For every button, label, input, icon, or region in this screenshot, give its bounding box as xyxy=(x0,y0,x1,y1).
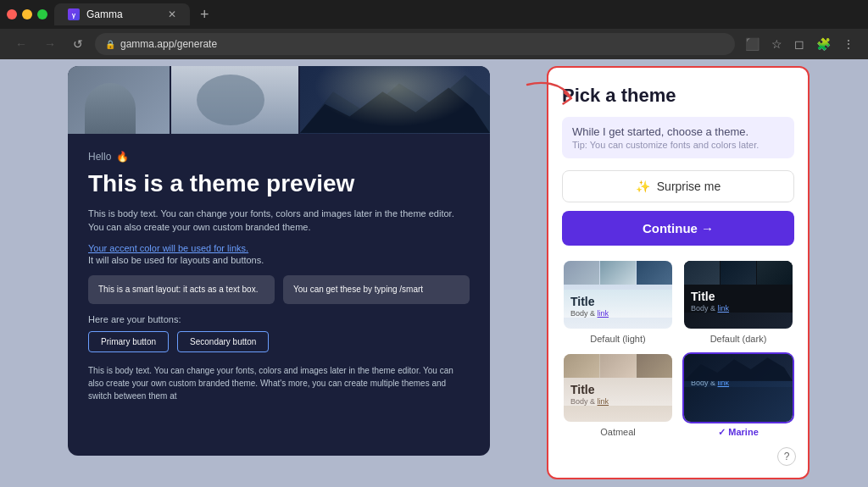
arrow-indicator xyxy=(520,73,588,127)
close-traffic-light[interactable] xyxy=(7,9,17,19)
theme-marine-preview: Title Body & link xyxy=(684,354,793,422)
preview-link-sub: It will also be used for layouts and but… xyxy=(88,255,470,265)
help-button[interactable]: ? xyxy=(777,447,796,466)
profile-icon[interactable]: ◻ xyxy=(791,34,808,54)
preview-image-2 xyxy=(171,66,298,134)
forward-button[interactable]: → xyxy=(39,34,61,54)
surprise-me-button[interactable]: ✨ Surprise me xyxy=(562,170,794,202)
theme-wrapper-light: Title Body & link Default (light) xyxy=(562,259,674,344)
maximize-traffic-light[interactable] xyxy=(37,9,47,19)
theme-oatmeal-label: Oatmeal xyxy=(562,423,674,437)
address-bar[interactable]: 🔒 gamma.app/generate xyxy=(95,33,735,55)
url-text: gamma.app/generate xyxy=(120,38,725,50)
theme-light-body: Body & link xyxy=(570,309,665,318)
back-button[interactable]: ← xyxy=(10,34,32,54)
browser-controls: ← → ↺ 🔒 gamma.app/generate ⬛ ☆ ◻ 🧩 ⋮ xyxy=(0,29,868,59)
theme-light-title: Title xyxy=(570,295,665,308)
new-tab-button[interactable]: + xyxy=(193,4,216,25)
traffic-lights xyxy=(7,9,47,19)
tab-favicon: γ xyxy=(68,8,80,20)
themes-grid-container: Title Body & link Default (light) xyxy=(562,259,794,461)
tab-label: Gamma xyxy=(86,8,161,20)
svg-marker-2 xyxy=(684,357,793,381)
lock-icon: 🔒 xyxy=(105,40,115,49)
preview-image-3 xyxy=(300,66,490,134)
hello-emoji: 🔥 xyxy=(116,151,129,163)
preview-body: This is body text. You can change your f… xyxy=(88,207,470,235)
right-panel: Pick a theme While I get started, choose… xyxy=(547,59,868,487)
theme-card-oatmeal[interactable]: Title Body & link xyxy=(562,352,674,423)
subtitle-main: While I get started, choose a theme. xyxy=(572,125,784,138)
browser-actions: ⬛ ☆ ◻ 🧩 ⋮ xyxy=(742,34,858,54)
theme-card-light[interactable]: Title Body & link xyxy=(562,259,674,330)
preview-content: Hello 🔥 This is a theme preview This is … xyxy=(68,134,490,419)
subtitle-tip: Tip: You can customize fonts and colors … xyxy=(572,140,784,150)
themes-grid: Title Body & link Default (light) xyxy=(562,259,794,438)
theme-light-preview: Title Body & link xyxy=(564,261,672,329)
continue-button[interactable]: Continue → xyxy=(562,211,794,246)
theme-preview-card: Hello 🔥 This is a theme preview This is … xyxy=(68,66,490,456)
smart-box-1: This is a smart layout: it acts as a tex… xyxy=(88,275,275,304)
sparkle-icon: ✨ xyxy=(636,180,650,193)
preview-smart-boxes: This is a smart layout: it acts as a tex… xyxy=(88,275,470,304)
bookmark-icon[interactable]: ☆ xyxy=(768,34,786,54)
svg-marker-1 xyxy=(300,87,490,133)
preview-bottom-text: This is body text. You can change your f… xyxy=(88,364,470,402)
theme-oatmeal-body: Body & link xyxy=(570,397,665,406)
preview-hello: Hello 🔥 xyxy=(88,151,470,163)
secondary-button[interactable]: Secondary button xyxy=(177,331,269,352)
theme-oatmeal-preview: Title Body & link xyxy=(564,354,672,422)
hello-label: Hello xyxy=(88,151,111,163)
theme-wrapper-dark: Title Body & link Default (dark) xyxy=(682,259,794,344)
theme-picker-subtitle: While I get started, choose a theme. Tip… xyxy=(562,117,794,158)
preview-header-images xyxy=(68,66,490,134)
theme-dark-title: Title xyxy=(691,290,786,303)
preview-buttons: Primary button Secondary button xyxy=(88,331,470,352)
theme-dark-preview: Title Body & link xyxy=(684,261,793,329)
theme-wrapper-oatmeal: Title Body & link Oatmeal xyxy=(562,352,674,438)
extensions-icon[interactable]: 🧩 xyxy=(813,34,834,54)
smart-box-2: You can get these by typing /smart xyxy=(283,275,470,304)
cast-icon[interactable]: ⬛ xyxy=(742,34,763,54)
minimize-traffic-light[interactable] xyxy=(22,9,32,19)
browser-chrome: γ Gamma ✕ + ← → ↺ 🔒 gamma.app/generate ⬛… xyxy=(0,0,868,59)
main-area: Hello 🔥 This is a theme preview This is … xyxy=(0,59,868,487)
theme-dark-label: Default (dark) xyxy=(682,330,794,344)
theme-oatmeal-title: Title xyxy=(570,383,665,396)
theme-card-marine[interactable]: Title Body & link xyxy=(682,352,794,423)
theme-light-label: Default (light) xyxy=(562,330,674,344)
preview-panel: Hello 🔥 This is a theme preview This is … xyxy=(0,59,547,487)
theme-marine-label: ✓ Marine xyxy=(682,423,794,438)
preview-link[interactable]: Your accent color will be used for links… xyxy=(88,243,470,253)
preview-buttons-label: Here are your buttons: xyxy=(88,314,470,324)
theme-card-dark[interactable]: Title Body & link xyxy=(682,259,794,330)
theme-picker-panel: Pick a theme While I get started, choose… xyxy=(547,66,810,479)
menu-icon[interactable]: ⋮ xyxy=(839,34,858,54)
surprise-btn-label: Surprise me xyxy=(657,180,721,193)
tab-bar: γ Gamma ✕ + xyxy=(0,0,868,29)
preview-image-1 xyxy=(68,66,170,134)
theme-wrapper-marine: Title Body & link ✓ Marine xyxy=(682,352,794,438)
tab-close-button[interactable]: ✕ xyxy=(168,8,176,20)
primary-button[interactable]: Primary button xyxy=(88,331,169,352)
svg-marker-0 xyxy=(300,75,490,133)
active-tab[interactable]: γ Gamma ✕ xyxy=(54,3,190,25)
preview-title: This is a theme preview xyxy=(88,169,470,198)
refresh-button[interactable]: ↺ xyxy=(68,34,88,54)
theme-picker-title: Pick a theme xyxy=(562,85,794,107)
theme-dark-body: Body & link xyxy=(691,304,786,313)
